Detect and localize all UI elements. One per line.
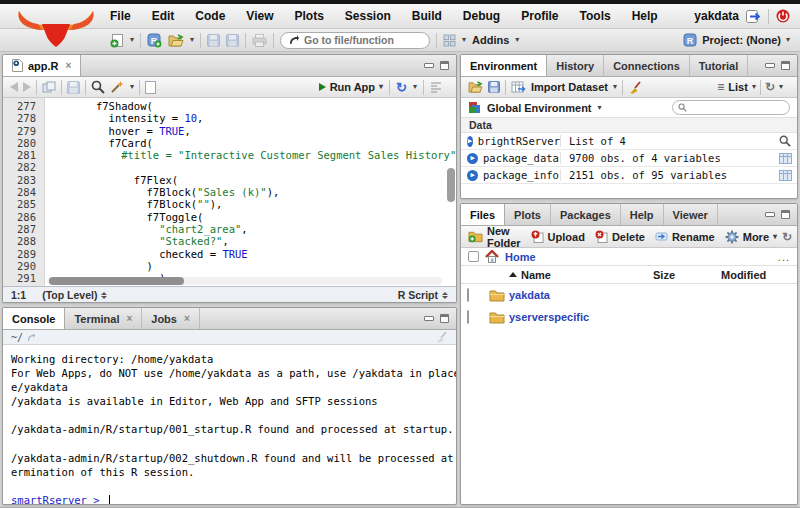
menu-edit[interactable]: Edit [152, 9, 175, 23]
code-line[interactable]: 282 [3, 161, 446, 173]
minimize-icon[interactable] [765, 212, 775, 217]
tab-terminal[interactable]: Terminal× [65, 308, 142, 329]
list-dropdown-icon[interactable]: ▾ [752, 83, 756, 91]
file-link[interactable]: yakdata [509, 289, 550, 301]
print-icon[interactable] [252, 34, 267, 47]
code-line[interactable]: 286 f7Toggle( [3, 211, 446, 223]
vertical-scrollbar[interactable] [447, 168, 455, 202]
select-all-checkbox[interactable] [468, 251, 479, 262]
shortcuts-grid-icon[interactable] [443, 34, 456, 47]
import-dataset-button[interactable]: Import Dataset [531, 81, 608, 93]
menu-debug[interactable]: Debug [463, 9, 500, 23]
view-table-icon[interactable] [773, 170, 797, 181]
close-icon[interactable]: × [66, 60, 72, 71]
refresh-icon[interactable]: ↻ [765, 80, 775, 94]
minimize-icon[interactable] [424, 316, 434, 321]
view-table-icon[interactable] [773, 153, 797, 164]
goto-directory-icon[interactable] [27, 333, 36, 342]
refresh-dropdown-icon[interactable]: ▾ [779, 83, 783, 91]
environment-object-row[interactable]: ▶package_data9700 obs. of 4 variables [461, 150, 797, 167]
tab-files[interactable]: Files [461, 204, 505, 225]
rename-button[interactable]: Rename [655, 231, 715, 243]
maximize-icon[interactable] [781, 210, 790, 219]
environment-search[interactable] [672, 100, 790, 115]
scope-selector[interactable]: (Top Level) [42, 289, 107, 301]
minimize-icon[interactable] [424, 63, 434, 68]
code-editor-area[interactable]: 277 f7Shadow(278 intensity = 10,279 hove… [3, 98, 456, 286]
tab-plots[interactable]: Plots [505, 204, 551, 225]
code-line[interactable]: 290 ) [3, 260, 446, 272]
more-button[interactable]: More ▾ [725, 230, 777, 244]
expand-object-icon[interactable]: ▶ [467, 136, 473, 147]
run-app-button[interactable]: Run App ▾ [319, 81, 383, 93]
rerun-dropdown-icon[interactable]: ▾ [413, 83, 417, 91]
menu-file[interactable]: File [110, 9, 131, 23]
code-line[interactable]: 284 f7Block("Sales (k)"), [3, 186, 446, 198]
quit-session-icon[interactable] [776, 9, 790, 23]
menu-build[interactable]: Build [412, 9, 442, 23]
addins-button[interactable]: Addins [472, 34, 509, 46]
environment-scope-selector[interactable]: Global Environment [487, 102, 592, 114]
compile-report-icon[interactable] [145, 81, 156, 94]
menu-session[interactable]: Session [345, 9, 391, 23]
list-view-selector[interactable]: List [728, 81, 748, 93]
find-icon[interactable] [91, 80, 105, 94]
run-dropdown-icon[interactable]: ▾ [379, 83, 383, 91]
code-line[interactable]: 288 "Stacked?", [3, 235, 446, 247]
file-row[interactable]: yserverspecific [461, 306, 797, 328]
tab-history[interactable]: History [547, 55, 604, 76]
delete-button[interactable]: Delete [595, 230, 645, 243]
code-tools-dropdown-icon[interactable]: ▾ [130, 83, 134, 91]
more-dropdown-icon[interactable]: ▾ [773, 233, 777, 241]
environment-search-input[interactable] [690, 102, 780, 113]
menu-view[interactable]: View [246, 9, 273, 23]
new-project-icon[interactable]: R [147, 33, 162, 48]
code-line[interactable]: 283 f7Flex( [3, 174, 446, 186]
tab-console[interactable]: Console [3, 308, 65, 329]
environment-object-row[interactable]: ▶brightRServerList of 4 [461, 133, 797, 150]
environment-object-row[interactable]: ▶package_info2151 obs. of 95 variables [461, 167, 797, 184]
save-all-icon[interactable] [226, 34, 239, 47]
goto-file-search[interactable] [280, 32, 430, 49]
refresh-icon[interactable]: ↻ [782, 230, 792, 244]
back-icon[interactable] [10, 82, 18, 92]
file-row[interactable]: yakdata [461, 284, 797, 306]
menu-profile[interactable]: Profile [521, 9, 558, 23]
tab-environment[interactable]: Environment [461, 55, 547, 76]
maximize-icon[interactable] [781, 61, 790, 70]
grid-dropdown-icon[interactable]: ▾ [462, 36, 466, 44]
code-line[interactable]: 287 "chart2_area", [3, 223, 446, 235]
code-line[interactable]: 280 f7Card( [3, 137, 446, 149]
column-name[interactable]: Name [509, 269, 653, 281]
filetype-selector[interactable]: R Script [398, 289, 448, 301]
menu-code[interactable]: Code [195, 9, 225, 23]
path-ellipsis-button[interactable]: ... [778, 251, 790, 263]
menu-tools[interactable]: Tools [580, 9, 611, 23]
tab-viewer[interactable]: Viewer [664, 204, 718, 225]
signout-icon[interactable] [746, 10, 761, 23]
expand-object-icon[interactable]: ▶ [467, 170, 478, 181]
code-line[interactable]: 277 f7Shadow( [3, 100, 446, 112]
menu-help[interactable]: Help [632, 9, 658, 23]
addins-dropdown-icon[interactable]: ▾ [515, 36, 519, 44]
clear-workspace-broom-icon[interactable] [628, 81, 642, 94]
project-selector[interactable]: Project: (None) [702, 34, 781, 46]
console-output[interactable]: Working directory: /home/yakdataFor Web … [3, 345, 456, 504]
save-icon[interactable] [207, 34, 220, 47]
clear-console-icon[interactable] [435, 331, 448, 343]
code-tools-wand-icon[interactable] [110, 80, 125, 94]
maximize-icon[interactable] [440, 314, 449, 323]
tab-connections[interactable]: Connections [604, 55, 690, 76]
import-dropdown-icon[interactable]: ▾ [613, 83, 617, 91]
goto-file-input[interactable] [304, 34, 414, 46]
tab-jobs[interactable]: Jobs× [142, 308, 200, 329]
expand-object-icon[interactable]: ▶ [467, 153, 478, 164]
breadcrumb-home-link[interactable]: Home [505, 251, 536, 263]
code-line[interactable]: 289 checked = TRUE [3, 248, 446, 260]
file-checkbox[interactable] [467, 310, 469, 324]
new-file-icon[interactable] [110, 33, 124, 48]
tab-tutorial[interactable]: Tutorial [690, 55, 749, 76]
upload-button[interactable]: Upload [531, 230, 585, 243]
code-line[interactable]: 279 hover = TRUE, [3, 125, 446, 137]
new-file-dropdown-icon[interactable]: ▾ [130, 36, 134, 44]
